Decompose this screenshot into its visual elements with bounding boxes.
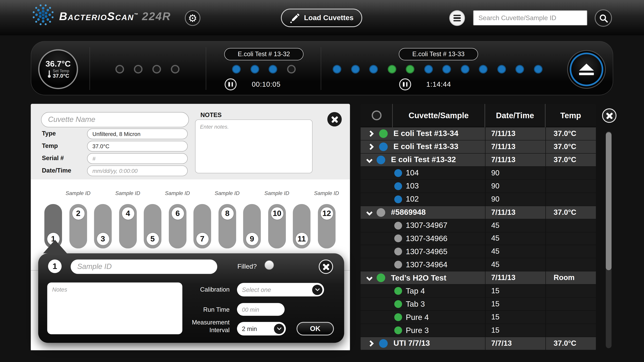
chevron-down-icon[interactable] xyxy=(366,209,373,216)
sample-detail-popup: 1 Filled? Calibration Select one Run Tim… xyxy=(38,253,344,343)
status-dot xyxy=(377,156,385,164)
settings-button[interactable]: ⚙ xyxy=(185,10,200,26)
table-row[interactable]: Ted’s H2O Test 7/11/13 Room xyxy=(360,272,596,284)
run-time-input[interactable] xyxy=(237,303,284,316)
cuvette-status-dot xyxy=(152,65,161,74)
table-subrow[interactable]: 1307-34966 45 xyxy=(360,232,596,245)
chevron-right-icon[interactable] xyxy=(368,130,374,137)
top-bar: BacterioScan™224R ⚙ Load Cuvettes xyxy=(0,0,644,36)
filled-toggle[interactable] xyxy=(264,260,274,270)
brand: BacterioScan™224R xyxy=(31,3,171,27)
cuvette-slot-6[interactable]: 6 xyxy=(169,204,186,248)
divider xyxy=(90,47,90,90)
cuvette-slot-11[interactable]: 11 xyxy=(293,204,310,248)
temp-input[interactable] xyxy=(87,141,188,152)
run-time-label: Run Time xyxy=(174,306,230,313)
table-subrow[interactable]: 104 90 xyxy=(360,167,596,180)
table-row[interactable]: E coli Test #13-33 7/11/13 37.0°C xyxy=(360,140,596,154)
datetime-input[interactable] xyxy=(87,166,188,176)
empty-bay-dots xyxy=(116,65,180,74)
cuvette-status-dot xyxy=(406,65,414,74)
sample-id-input[interactable] xyxy=(70,260,217,274)
calibration-select[interactable]: Select one xyxy=(237,283,324,296)
temperature-widget[interactable]: 36.7°C Set Temp 37.0°C xyxy=(38,49,78,89)
load-cuvettes-button[interactable]: Load Cuvettes xyxy=(281,8,362,27)
table-subrow[interactable]: 103 90 xyxy=(360,180,596,193)
status-column-header xyxy=(360,104,392,127)
eject-button[interactable] xyxy=(567,50,606,89)
sample-column-header: Cuvette/Sample xyxy=(392,104,485,127)
ok-button[interactable]: OK xyxy=(296,322,334,336)
table-row[interactable]: E coli Test #13-32 7/11/13 37.0°C xyxy=(360,154,596,167)
cuvette-status-dot xyxy=(460,65,469,74)
table-subrow[interactable]: Pure 4 15 xyxy=(360,311,596,324)
elapsed-time: 1:14:44 xyxy=(426,80,451,89)
test-label-chip[interactable]: E.coli Test # 13-32 xyxy=(224,48,304,60)
cuvette-slot-3[interactable]: 3 xyxy=(94,204,112,248)
close-button[interactable] xyxy=(327,112,342,126)
cuvette-slot-9[interactable]: 9 xyxy=(243,204,261,248)
table-close-button[interactable] xyxy=(602,108,616,123)
cuvette-slot-2[interactable]: 2 xyxy=(70,204,87,248)
divider xyxy=(206,47,206,90)
pause-button[interactable] xyxy=(225,78,237,90)
temp-label: Temp xyxy=(42,142,58,149)
cuvette-status-dot xyxy=(232,65,241,74)
hamburger-icon xyxy=(454,14,461,22)
sample-id-label: Sample ID xyxy=(256,190,297,196)
table-row[interactable]: UTI 7/7/13 7/7/13 37.0°C xyxy=(360,337,596,350)
scrollbar-thumb[interactable] xyxy=(606,132,612,270)
test-label-chip[interactable]: E.coli Test # 13-33 xyxy=(399,48,478,60)
popup-close-button[interactable] xyxy=(319,260,333,274)
cuvette-slot-8[interactable]: 8 xyxy=(218,204,236,248)
gear-icon: ⚙ xyxy=(188,13,197,23)
search-button[interactable] xyxy=(595,10,612,27)
status-dot xyxy=(394,182,402,190)
brand-title: BacterioScan™224R xyxy=(59,10,171,23)
status-circle-icon xyxy=(372,110,381,120)
cuvette-notes-input[interactable] xyxy=(195,120,312,173)
cuvette-status-dot xyxy=(534,65,542,74)
search-input[interactable] xyxy=(473,10,587,26)
cuvette-info-header: NOTES Type Temp Serial # Date/Time xyxy=(31,104,350,180)
table-subrow[interactable]: Tap 4 15 xyxy=(360,285,596,298)
table-subrow[interactable]: 1307-34967 45 xyxy=(360,219,596,232)
chevron-down-icon[interactable] xyxy=(366,156,373,163)
pause-button[interactable] xyxy=(399,78,411,90)
cuvette-slot-7[interactable]: 7 xyxy=(193,204,211,248)
thermometer-icon xyxy=(47,69,51,79)
table-subrow[interactable]: 1307-34965 45 xyxy=(360,245,596,258)
chevron-right-icon[interactable] xyxy=(368,340,374,346)
chevron-down-icon[interactable] xyxy=(366,275,373,281)
table-subrow[interactable]: Pure 3 15 xyxy=(360,324,596,337)
cuvette-status-dot xyxy=(134,65,142,74)
serial-input[interactable] xyxy=(87,153,188,164)
chevron-right-icon[interactable] xyxy=(368,144,374,150)
cuvette-slot-12[interactable]: 12 xyxy=(318,204,336,248)
cuvette-slot-10[interactable]: 10 xyxy=(268,204,286,248)
close-icon xyxy=(320,260,332,273)
cuvette-status-dot xyxy=(351,65,360,74)
table-subrow[interactable]: Tab 3 15 xyxy=(360,298,596,311)
cuvette-status-dot xyxy=(250,65,259,74)
sample-notes-input[interactable] xyxy=(47,282,182,334)
cuvette-status-dot xyxy=(424,65,432,74)
status-dot xyxy=(379,339,388,348)
table-row[interactable]: #5869948 7/11/13 37.0°C xyxy=(360,206,596,219)
menu-button[interactable] xyxy=(449,10,465,26)
type-input[interactable] xyxy=(87,128,188,139)
status-dot xyxy=(394,314,402,321)
table-subrow[interactable]: 102 90 xyxy=(360,193,596,206)
table-row[interactable]: E coli Test #13-34 7/11/13 37.0°C xyxy=(360,127,596,140)
notes-label: NOTES xyxy=(200,111,222,118)
slot-number-badge: 1 xyxy=(48,260,62,273)
elapsed-time: 00:10:05 xyxy=(252,80,280,89)
cuvette-name-input[interactable] xyxy=(41,112,189,128)
interval-select[interactable]: 2 min xyxy=(237,322,286,336)
table-subrow[interactable]: 1307-34964 45 xyxy=(360,258,596,272)
status-dot xyxy=(377,208,385,217)
cuvette-status-dot xyxy=(333,65,341,74)
cuvette-slot-5[interactable]: 5 xyxy=(144,204,161,248)
cuvette-slot-4[interactable]: 4 xyxy=(119,204,137,248)
cuvette-status-dot xyxy=(116,65,124,74)
